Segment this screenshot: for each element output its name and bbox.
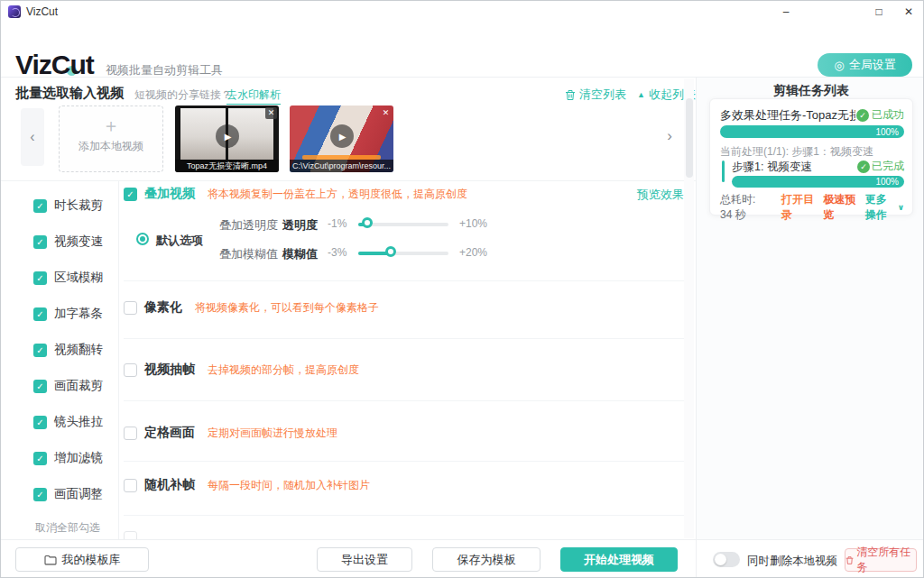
scroll-right-button[interactable]: › xyxy=(661,127,679,149)
option-title[interactable]: 随机补帧 xyxy=(144,477,195,493)
current-step-text: 当前处理(1/1): 步骤1：视频变速 xyxy=(720,144,873,160)
option-desc: 将本视频复制一份盖在上方，透明度很低，提高原创度 xyxy=(208,187,467,202)
slider-group-label: 叠加模糊值 xyxy=(219,246,278,262)
scroll-left-button[interactable]: ‹ xyxy=(21,108,44,166)
slider-min: -3% xyxy=(328,246,346,259)
checkbox-checked-icon[interactable]: ✓ xyxy=(33,488,47,501)
sidebar-item-frame-adjust[interactable]: ✓画面调整 xyxy=(33,486,103,502)
more-actions-link[interactable]: 更多操作 ∨ xyxy=(865,192,904,223)
opacity-slider[interactable] xyxy=(358,223,448,226)
task-status-label: 已成功 xyxy=(872,107,904,123)
random-frames-checkbox[interactable] xyxy=(124,479,137,492)
delete-local-toggle[interactable] xyxy=(713,552,740,567)
preview-effect-link[interactable]: 预览效果 xyxy=(637,187,684,203)
total-time: 总耗时: 34 秒 xyxy=(720,192,769,223)
save-as-template-button[interactable]: 保存为模板 xyxy=(432,547,541,572)
opacity-slider-row: 叠加透明度 透明度 -1% +10% xyxy=(118,217,684,232)
save-as-template-label: 保存为模板 xyxy=(457,552,516,568)
quick-preview-link[interactable]: 极速预览 xyxy=(823,192,855,223)
video-filename: C:\VizCut\program\resour... xyxy=(290,160,393,172)
video-thumbnail-2[interactable]: ▶ ✕ C:\VizCut\program\resour... xyxy=(290,106,393,172)
option-title[interactable]: 定格画面 xyxy=(144,425,195,441)
sidebar-item-video-flip[interactable]: ✓视频翻转 xyxy=(33,342,103,358)
sidebar-item-label: 增加滤镜 xyxy=(54,450,103,466)
option-frame-extract: 视频抽帧 去掉视频的部分帧，提高原创度 xyxy=(124,362,359,378)
clear-all-tasks-button[interactable]: 清空所有任务 xyxy=(845,548,917,572)
step-status-badge: ✓ 已完成 xyxy=(857,159,904,174)
template-library-button[interactable]: 我的模板库 xyxy=(15,547,149,572)
global-settings-button[interactable]: ◎ 全局设置 xyxy=(818,53,912,77)
slider-handle[interactable] xyxy=(385,246,396,257)
app-subtitle: 视频批量自动剪辑工具 xyxy=(106,62,223,78)
start-processing-button[interactable]: 开始处理视频 xyxy=(560,547,678,572)
options-panel: ✓ 叠加视频 将本视频复制一份盖在上方，透明度很低，提高原创度 预览效果 默认选… xyxy=(118,181,684,539)
step-progress-value: 100% xyxy=(875,177,899,187)
step-connector-line xyxy=(722,161,725,182)
checkbox-checked-icon[interactable]: ✓ xyxy=(33,199,47,213)
partial-next-option xyxy=(124,531,137,539)
folder-icon xyxy=(44,555,57,565)
success-check-icon: ✓ xyxy=(856,109,869,122)
slider-min: -1% xyxy=(328,217,346,230)
task-name: 多效果处理任务-Topaz无损... xyxy=(720,107,855,124)
sidebar-item-label: 画面裁剪 xyxy=(54,378,103,394)
cancel-all-link[interactable]: 取消全部勾选 xyxy=(35,520,100,536)
play-icon[interactable]: ▶ xyxy=(330,124,354,148)
add-local-video-label: 添加本地视频 xyxy=(60,139,162,154)
sidebar-item-frame-crop[interactable]: ✓画面裁剪 xyxy=(33,378,103,394)
sidebar-item-speed-change[interactable]: ✓视频变速 xyxy=(33,234,103,250)
template-library-label: 我的模板库 xyxy=(62,552,121,568)
sidebar-item-camera-zoom[interactable]: ✓镜头推拉 xyxy=(33,414,103,430)
checkbox-checked-icon[interactable]: ✓ xyxy=(33,452,47,465)
checkbox-checked-icon[interactable]: ✓ xyxy=(33,344,47,357)
sidebar-item-add-filter[interactable]: ✓增加滤镜 xyxy=(33,450,103,466)
minimize-button[interactable]: – xyxy=(772,3,799,21)
export-settings-button[interactable]: 导出设置 xyxy=(317,547,412,572)
checkbox-checked-icon[interactable]: ✓ xyxy=(33,235,47,249)
overlay-checkbox[interactable]: ✓ xyxy=(124,188,137,201)
option-title[interactable]: 叠加视频 xyxy=(144,186,195,202)
maximize-button[interactable]: □ xyxy=(865,3,892,21)
success-check-icon: ✓ xyxy=(857,161,870,173)
remove-video-icon[interactable]: ✕ xyxy=(265,107,277,119)
frame-extract-checkbox[interactable] xyxy=(124,363,137,377)
option-pixelate: 像素化 将视频像素化，可以看到每个像素格子 xyxy=(124,299,379,316)
checkbox-checked-icon[interactable]: ✓ xyxy=(33,416,47,429)
trash-icon xyxy=(565,89,576,101)
video-thumbnail-1[interactable]: ▶ ✕ Topaz无损变清晰.mp4 xyxy=(175,106,279,172)
collapse-arrow-icon: ▲ xyxy=(637,90,645,99)
slider-handle[interactable] xyxy=(362,217,373,228)
watermark-parse-link[interactable]: 去水印解析 xyxy=(226,87,281,105)
blur-slider[interactable] xyxy=(358,252,448,255)
sidebar-item-label: 区域模糊 xyxy=(54,270,103,286)
add-local-video-button[interactable]: ＋ 添加本地视频 xyxy=(59,106,163,172)
step-status-label: 已完成 xyxy=(872,159,904,174)
content-scrollbar-thumb[interactable] xyxy=(686,98,693,178)
option-overlay-video: ✓ 叠加视频 将本视频复制一份盖在上方，透明度很低，提高原创度 xyxy=(124,186,467,202)
global-settings-label: 全局设置 xyxy=(849,57,896,73)
clear-list-label: 清空列表 xyxy=(579,87,626,103)
option-desc: 定期对画面帧进行慢放处理 xyxy=(208,426,337,441)
checkbox-checked-icon[interactable]: ✓ xyxy=(33,380,47,393)
option-title[interactable]: 像素化 xyxy=(144,299,182,316)
sidebar-item-duration-trim[interactable]: ✓时长裁剪 xyxy=(33,197,103,214)
section-divider xyxy=(124,400,684,401)
default-option-radio[interactable] xyxy=(136,233,149,245)
remove-video-icon[interactable]: ✕ xyxy=(380,107,392,119)
clear-list-button[interactable]: 清空列表 xyxy=(565,87,626,103)
open-directory-link[interactable]: 打开目录 xyxy=(781,192,814,223)
input-section-title: 批量选取输入视频 xyxy=(15,85,124,102)
option-title[interactable]: 视频抽帧 xyxy=(144,362,195,378)
play-icon[interactable]: ▶ xyxy=(216,124,239,148)
close-button[interactable]: ✕ xyxy=(895,3,922,21)
pixelate-checkbox[interactable] xyxy=(124,301,137,315)
sidebar-item-region-blur[interactable]: ✓区域模糊 xyxy=(33,270,103,286)
freeze-frame-checkbox[interactable] xyxy=(124,427,137,440)
next-option-checkbox[interactable] xyxy=(124,531,137,539)
sidebar-item-label: 加字幕条 xyxy=(54,306,103,322)
checkbox-checked-icon[interactable]: ✓ xyxy=(33,307,47,321)
checkbox-checked-icon[interactable]: ✓ xyxy=(33,271,47,285)
sidebar-item-subtitle-bar[interactable]: ✓加字幕条 xyxy=(33,306,103,322)
slider-max: +20% xyxy=(459,246,487,259)
action-footer: 我的模板库 导出设置 保存为模板 开始处理视频 xyxy=(1,539,696,578)
